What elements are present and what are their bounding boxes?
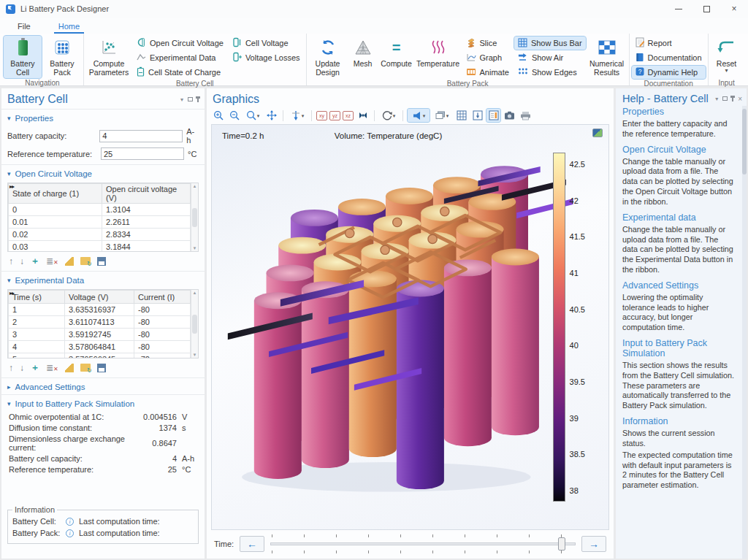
table-row[interactable]: 23.611074113-80 [9, 316, 191, 329]
soc-battery-icon [137, 66, 145, 78]
plot-group-icon[interactable] [592, 129, 603, 137]
battery-pack-button[interactable]: Battery Pack [43, 36, 81, 78]
section-input-to-battery-pack[interactable]: ▾ Input to Battery Pack Simulation [1, 394, 205, 411]
voltage-losses-button[interactable]: Voltage Losses [229, 51, 304, 64]
yz-view-button[interactable]: yz [329, 111, 340, 120]
temperature-button[interactable]: Temperature [416, 36, 461, 78]
battery-cell-panel: Battery Cell ▾ ▾ Properties Battery capa… [1, 88, 205, 559]
print-button[interactable] [519, 109, 533, 122]
save-file-button[interactable] [97, 364, 106, 372]
graph-button[interactable]: Graph [462, 51, 513, 64]
tab-home[interactable]: Home [54, 20, 84, 34]
xy-view-button[interactable]: xy [316, 111, 327, 120]
animate-button[interactable]: Animate [462, 66, 513, 79]
reset-dropdown-caret[interactable]: ▾ [725, 68, 728, 74]
snapshot-button[interactable] [503, 109, 516, 122]
reference-temperature-input[interactable] [101, 147, 184, 160]
section-experimental-data[interactable]: ▾ Experimental Data [1, 271, 205, 288]
panel-menu-caret[interactable]: ▾ [180, 96, 183, 103]
table-row[interactable]: 0.012.2611 [9, 216, 191, 229]
documentation-button[interactable]: Documentation [632, 51, 706, 64]
zoom-extents-button[interactable] [264, 109, 278, 122]
rotate-button[interactable]: ▾ [379, 109, 398, 122]
plot-settings-button[interactable] [470, 109, 484, 122]
numerical-results-button[interactable]: Numerical Results [587, 36, 627, 78]
add-row-button[interactable]: ＋ [31, 255, 39, 267]
show-grid-button[interactable] [454, 109, 468, 122]
colorbar-tick: 40 [570, 341, 585, 350]
experimental-data-button[interactable]: Experimental Data [133, 51, 227, 64]
section-properties[interactable]: ▾ Properties [1, 109, 205, 126]
zoom-box-button[interactable]: ▾ [243, 109, 262, 122]
time-slider[interactable] [270, 534, 576, 553]
dynamic-help-button[interactable]: ? Dynamic Help [632, 66, 706, 79]
tab-file[interactable]: File [13, 20, 35, 34]
help-section-input-to-pack: Input to Battery Pack Simulation [622, 338, 736, 358]
compute-button[interactable]: = Compute [379, 36, 414, 78]
save-file-button[interactable] [97, 257, 106, 266]
add-row-button[interactable]: ＋ [31, 361, 39, 374]
table-row[interactable]: 01.3104 [9, 204, 191, 216]
reset-button[interactable]: Reset ▾ [711, 36, 743, 78]
section-open-circuit-voltage[interactable]: ▾ Open Circuit Voltage [1, 164, 205, 181]
move-up-button[interactable]: ↑ [9, 363, 13, 373]
table-row[interactable]: 0.022.8334 [9, 229, 191, 241]
clear-table-button[interactable] [65, 364, 74, 372]
report-button[interactable]: Report [632, 37, 706, 50]
next-time-button[interactable]: → [581, 536, 606, 552]
show-air-button[interactable]: Show Air [514, 51, 586, 64]
clear-table-button[interactable] [65, 257, 74, 266]
zoom-in-button[interactable] [211, 109, 225, 122]
battery-capacity-input[interactable] [99, 130, 183, 142]
panel-pin-icon[interactable] [732, 96, 733, 101]
graphics-canvas-3d-view[interactable]: Time=0.2 h Volume: Temperature (degC) [211, 124, 609, 530]
maximize-button[interactable] [692, 0, 720, 18]
mesh-button[interactable]: Mesh [348, 36, 378, 78]
table-row[interactable]: 43.578064841-80 [9, 341, 191, 353]
xz-view-button[interactable]: xz [343, 111, 354, 120]
panel-float-icon[interactable] [188, 97, 193, 101]
load-file-button[interactable] [80, 257, 91, 265]
view-windows-button[interactable]: ▾ [432, 109, 452, 122]
table-row[interactable]: 13.635316937-80 [9, 304, 191, 316]
time-slider-thumb[interactable] [558, 537, 565, 551]
colorbar-tick: 38 [570, 486, 585, 495]
table-row[interactable]: 0.033.1844 [9, 241, 191, 253]
update-design-button[interactable]: Update Design [309, 36, 347, 78]
delete-row-button[interactable]: ≣✕ [46, 256, 58, 266]
ocv-table-scrollbar[interactable]: ▲▼ [191, 183, 198, 251]
close-button[interactable]: × [720, 0, 748, 18]
move-down-button[interactable]: ↓ [20, 363, 24, 373]
battery-capacity-unit: A-h [186, 127, 199, 145]
show-edges-button[interactable]: Show Edges [514, 66, 586, 79]
scene-light-button[interactable]: ▾ [408, 109, 430, 122]
ref-temperature-value: 25 [134, 465, 177, 474]
panel-float-icon[interactable] [722, 96, 728, 101]
cell-voltage-button[interactable]: Cell Voltage [229, 37, 304, 50]
previous-time-button[interactable]: ← [240, 536, 264, 552]
show-bus-bar-button[interactable]: Show Bus Bar [514, 37, 586, 50]
zoom-out-button[interactable] [227, 109, 241, 122]
panel-close-icon[interactable]: × [738, 95, 742, 103]
cell-state-of-charge-button[interactable]: Cell State of Charge [133, 66, 227, 79]
help-scrollbar[interactable] [742, 106, 747, 559]
move-up-button[interactable]: ↑ [9, 256, 13, 266]
minimize-button[interactable] [665, 0, 692, 18]
default-view-button[interactable]: ▾ [288, 109, 307, 122]
compute-parameters-button[interactable]: Compute Parameters [86, 36, 131, 78]
load-file-button[interactable] [80, 364, 91, 372]
move-down-button[interactable]: ↓ [20, 256, 24, 266]
perspective-button[interactable] [356, 109, 370, 122]
open-circuit-voltage-button[interactable]: Open Circuit Voltage [133, 37, 227, 50]
table-row[interactable]: 53.579596345-72 [9, 353, 191, 359]
delete-row-button[interactable]: ≣✕ [46, 363, 58, 373]
color-legend-button[interactable] [486, 109, 500, 122]
slice-button[interactable]: Slice [462, 37, 513, 50]
section-advanced-settings[interactable]: ▸ Advanced Settings [1, 377, 205, 394]
panel-menu-caret[interactable]: ▾ [715, 96, 718, 102]
battery-cell-button[interactable]: Battery Cell [4, 36, 42, 78]
panel-pin-icon[interactable] [197, 96, 199, 102]
window-title: Li Battery Pack Designer [20, 4, 109, 13]
experimental-table-scrollbar[interactable]: ▲▼ [191, 290, 198, 358]
table-row[interactable]: 33.59192745-80 [9, 329, 191, 341]
